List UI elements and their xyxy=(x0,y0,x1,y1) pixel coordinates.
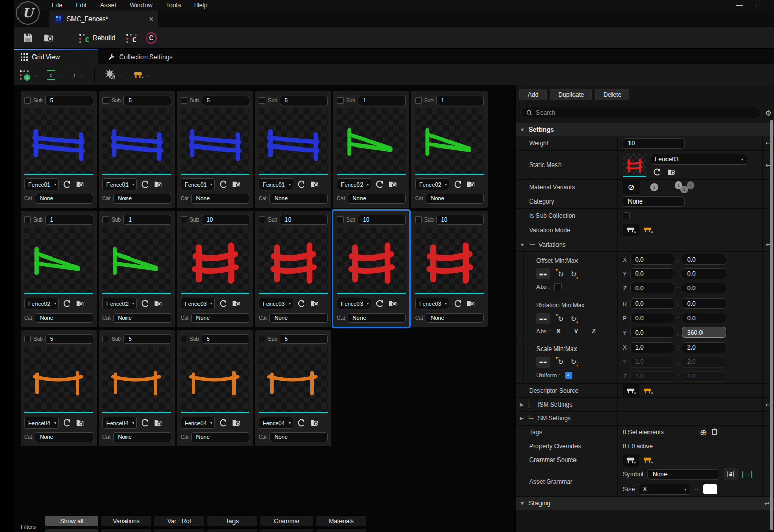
fence-display-button[interactable]: ⋯ xyxy=(133,71,153,79)
mesh-thumbnail[interactable] xyxy=(181,108,249,173)
dropdown-dots-icon[interactable]: ⋯ xyxy=(57,71,63,78)
browse-to-asset-icon[interactable] xyxy=(154,299,163,308)
asset-card[interactable]: Sub 5 Fence04 ▾ Cat None xyxy=(99,330,175,446)
mesh-thumbnail[interactable] xyxy=(337,228,406,292)
asset-card[interactable]: Sub 5 Fence01 ▾ Cat None xyxy=(255,91,331,208)
size-select[interactable]: X ▾ xyxy=(639,484,690,495)
scale-z-min-input[interactable]: 1.0 xyxy=(630,371,674,382)
card-checkbox[interactable] xyxy=(24,336,31,342)
offset-z-max-input[interactable]: 0.0 xyxy=(682,283,726,293)
category-input[interactable]: None xyxy=(269,432,328,442)
menu-file[interactable]: File xyxy=(45,0,69,10)
add-element-icon[interactable]: ⊕ xyxy=(700,428,707,437)
asset-card[interactable]: Sub 5 Fence01 ▾ Cat None xyxy=(177,91,253,208)
category-input[interactable]: None xyxy=(113,432,171,442)
use-selected-asset-icon[interactable] xyxy=(219,299,228,308)
rotation-yaw-min-input[interactable]: 0.0 xyxy=(630,327,674,338)
filter-hide-all[interactable]: Hide all xyxy=(45,529,98,532)
tab-close-icon[interactable]: × xyxy=(149,15,153,23)
use-selected-asset-icon[interactable] xyxy=(63,180,71,189)
category-input[interactable]: None xyxy=(269,194,328,204)
delete-button[interactable]: Delete xyxy=(595,89,629,100)
variation-mode-collection-button[interactable] xyxy=(623,224,639,236)
mesh-thumbnail[interactable] xyxy=(24,347,93,412)
card-checkbox[interactable] xyxy=(24,216,31,223)
category-input[interactable]: None xyxy=(191,432,249,442)
sub-count-input[interactable]: 1 xyxy=(45,215,93,225)
offset-y-max-input[interactable]: 0.0 xyxy=(682,268,726,279)
use-selected-asset-icon[interactable] xyxy=(375,299,384,308)
uniform-checkbox[interactable]: ✓ xyxy=(565,372,572,379)
rebuild-options-icon[interactable]: cC xyxy=(124,32,137,44)
offset-x-max-input[interactable]: 0.0 xyxy=(682,254,726,265)
duplicate-button[interactable]: Duplicate xyxy=(550,89,592,100)
mesh-select[interactable]: Fence01 ▾ xyxy=(259,178,293,190)
asset-card[interactable]: Sub 10 Fence03 ▾ Cat None xyxy=(255,211,331,327)
card-checkbox[interactable] xyxy=(102,216,109,223)
is-sub-collection-checkbox[interactable] xyxy=(623,212,630,219)
browse-to-asset-icon[interactable] xyxy=(232,418,241,427)
browse-to-asset-icon[interactable] xyxy=(466,180,475,189)
dropdown-dots-icon[interactable]: ⋯ xyxy=(31,71,38,78)
menu-help[interactable]: Help xyxy=(188,0,214,10)
offset-abs-checkbox[interactable] xyxy=(554,283,562,290)
tab-grid-view[interactable]: Grid View xyxy=(14,49,98,64)
maximize-icon[interactable]: □ xyxy=(757,0,760,10)
use-selected-asset-icon[interactable] xyxy=(141,418,150,427)
width-icon[interactable]: ↔ xyxy=(742,471,752,478)
filter-grammar[interactable]: Grammar xyxy=(260,516,313,526)
category-input[interactable]: None xyxy=(269,313,328,323)
tab-collection-settings[interactable]: Collection Settings xyxy=(102,49,188,64)
abs-axis-x[interactable]: X xyxy=(556,328,560,334)
symbol-input[interactable]: None xyxy=(647,469,719,480)
material-variant-single-button[interactable]: 1 xyxy=(650,183,658,191)
mesh-thumbnail[interactable] xyxy=(24,228,93,292)
asset-card[interactable]: Sub 10 Fence03 ▾ Cat None xyxy=(411,211,488,327)
browse-to-asset-icon[interactable] xyxy=(388,299,397,308)
mesh-thumbnail[interactable] xyxy=(181,228,249,292)
staging-section-header[interactable]: ▼ Staging ↩ xyxy=(516,497,774,510)
dropdown-dots-icon[interactable]: ⋯ xyxy=(78,71,84,78)
category-input[interactable]: None xyxy=(426,194,484,204)
scale-y-max-input[interactable]: 2.0 xyxy=(682,357,726,368)
randomize-per-instance-icon[interactable]: ↻ xyxy=(571,315,577,322)
sub-count-input[interactable]: 10 xyxy=(202,215,249,225)
asset-card[interactable]: Sub 1 Fence02 ▾ Cat None xyxy=(333,91,409,208)
filter-secondary[interactable] xyxy=(101,529,151,532)
mesh-select[interactable]: Fence03 ▾ xyxy=(337,298,371,309)
randomize-icon[interactable]: ↻ xyxy=(557,315,564,322)
mesh-thumbnail[interactable] xyxy=(259,228,328,292)
browse-to-asset-icon[interactable] xyxy=(76,418,84,427)
menu-tools[interactable]: Tools xyxy=(159,0,187,10)
use-selected-asset-icon[interactable] xyxy=(141,299,150,308)
mesh-select[interactable]: Fence02 ▾ xyxy=(337,178,371,190)
sub-count-input[interactable]: 5 xyxy=(123,96,171,105)
offset-y-min-input[interactable]: 0.0 xyxy=(630,268,674,279)
material-variant-multi-button[interactable]: 1 2 3 xyxy=(675,180,696,194)
abs-axis-y[interactable]: Y xyxy=(574,328,578,334)
lock-button[interactable] xyxy=(724,468,738,480)
sub-count-input[interactable]: 1 xyxy=(436,96,484,105)
weight-input[interactable]: 10 xyxy=(623,138,685,149)
menu-edit[interactable]: Edit xyxy=(69,0,94,10)
scale-x-min-input[interactable]: 1.0 xyxy=(630,342,674,353)
search-input[interactable]: Search xyxy=(520,107,762,118)
browse-to-asset-icon[interactable] xyxy=(232,299,241,308)
card-checkbox[interactable] xyxy=(181,336,187,342)
offset-z-min-input[interactable]: 0.0 xyxy=(630,283,674,293)
mesh-select[interactable]: Fence01 ▾ xyxy=(102,178,137,190)
scale-z-max-input[interactable]: 2.0 xyxy=(682,371,726,382)
filter-materials[interactable]: Materials xyxy=(316,516,366,526)
category-input[interactable]: None xyxy=(348,194,406,204)
mesh-select[interactable]: Fence02 ▾ xyxy=(24,298,59,309)
sub-count-input[interactable]: 5 xyxy=(280,334,328,344)
use-selected-asset-icon[interactable] xyxy=(375,180,384,189)
asset-card[interactable]: Sub 5 Fence04 ▾ Cat None xyxy=(255,330,331,446)
filter-variations[interactable]: Variations xyxy=(101,516,151,526)
mesh-select[interactable]: Fence02 ▾ xyxy=(102,298,137,309)
card-checkbox[interactable] xyxy=(259,216,265,223)
equalize-minmax-button[interactable]: == xyxy=(536,357,550,368)
use-selected-asset-icon[interactable] xyxy=(653,168,661,176)
filter-secondary[interactable] xyxy=(207,529,257,532)
variation-mode-mesh-button[interactable] xyxy=(643,226,653,234)
